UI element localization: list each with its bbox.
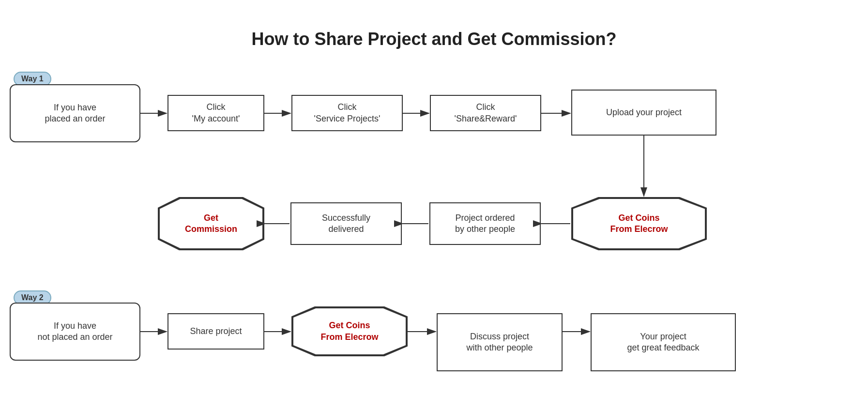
page-title: How to Share Project and Get Commission? [0,10,868,64]
way1-get-commission-octagon: Get Commission [158,197,264,250]
way1-project-ordered-box: Project ordered by other people [429,202,541,245]
way1-service-projects-box: Click 'Service Projects' [291,95,403,131]
way1-upload-project-box: Upload your project [571,90,716,136]
way1-share-reward-box: Click 'Share&Reward' [430,95,541,131]
way1-my-account-box: Click 'My account' [168,95,264,131]
way2-great-feedback-box: Your project get great feedback [591,313,736,371]
way2-start-node: If you have not placed an order [10,303,140,361]
way2-discuss-project-box: Discuss project with other people [437,313,563,371]
way1-start-node: If you have placed an order [10,84,140,142]
way1-successfully-delivered-box: Successfully delivered [290,202,402,245]
way1-get-coins-octagon: Get Coins From Elecrow [571,197,707,250]
way2-get-coins-octagon: Get Coins From Elecrow [291,306,408,356]
way2-share-project-box: Share project [168,313,264,350]
